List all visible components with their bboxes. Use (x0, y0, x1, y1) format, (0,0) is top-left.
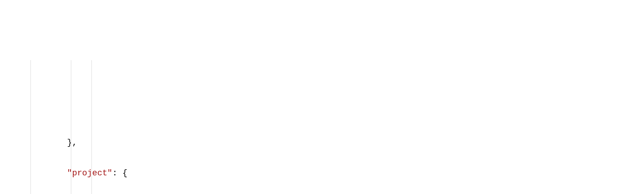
json-brace: }, (67, 138, 77, 148)
indent-guide (71, 60, 71, 194)
code-editor[interactable]: }, "project": { "type": "Project", "name… (0, 60, 644, 194)
json-punct: : { (112, 169, 128, 178)
indent-guide (30, 60, 31, 194)
indent-guide (91, 60, 92, 194)
json-key: "project" (67, 169, 112, 178)
code-line: }, (27, 135, 644, 151)
code-line: "project": { (27, 166, 644, 181)
